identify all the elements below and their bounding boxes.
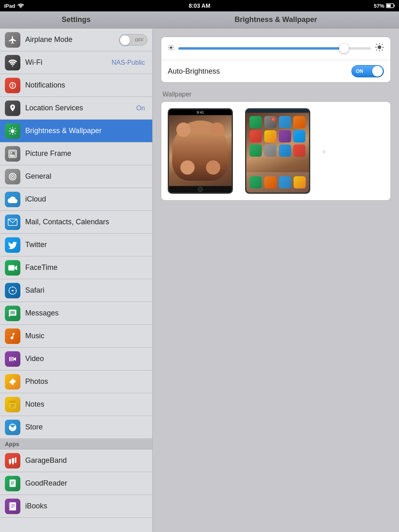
facetime-label: FaceTime: [25, 263, 147, 272]
sidebar-item-airplane-mode[interactable]: Airplane Mode OFF: [0, 28, 152, 51]
garageband-icon: [5, 453, 20, 469]
svg-line-73: [382, 44, 383, 45]
wallpaper-label: Wallpaper: [161, 91, 391, 101]
auto-brightness-toggle-knob: [372, 66, 383, 77]
airplane-mode-toggle[interactable]: OFF: [119, 34, 147, 46]
auto-brightness-label: Auto-Brightness: [168, 67, 351, 76]
location-services-value: On: [136, 105, 145, 112]
music-label: Music: [25, 332, 147, 340]
svg-point-57: [170, 46, 172, 48]
garageband-icon-svg: [8, 456, 17, 465]
mail-label: Mail, Contacts, Calendars: [25, 218, 147, 226]
sidebar-item-location-services[interactable]: Location Services On: [0, 97, 152, 120]
svg-rect-8: [12, 86, 13, 87]
sidebar-item-safari[interactable]: Safari: [0, 279, 152, 302]
brightness-slider-track[interactable]: [178, 47, 371, 50]
sidebar-item-facetime[interactable]: FaceTime: [0, 256, 152, 279]
airplane-mode-toggle-knob: [120, 35, 130, 45]
face-1: [176, 123, 191, 137]
sidebar-item-general[interactable]: General: [0, 165, 152, 188]
lockscreen-preview: 9:41: [168, 108, 233, 194]
sidebar-item-photos[interactable]: Photos: [0, 370, 152, 393]
wifi-status-icon: [18, 3, 24, 8]
face-3: [180, 160, 195, 175]
content-body: Auto-Brightness ON Wallpaper 9:41: [153, 28, 399, 209]
picture-frame-icon: [5, 146, 20, 162]
notes-icon: [5, 397, 20, 412]
sidebar-item-brightness-wallpaper[interactable]: Brightness & Wallpaper: [0, 120, 152, 142]
sidebar-item-music[interactable]: Music: [0, 325, 152, 348]
brightness-slider-row: [161, 37, 390, 60]
svg-line-63: [173, 49, 173, 50]
home-icon-9: [250, 144, 262, 157]
sidebar-item-notifications[interactable]: Notifications: [0, 74, 152, 97]
twitter-icon-svg: [8, 241, 17, 249]
store-label: Store: [25, 423, 147, 431]
dock-icon-2: [264, 176, 276, 188]
sidebar-item-goodreader[interactable]: GoodReader: [0, 472, 152, 495]
picture-frame-label: Picture Frame: [25, 149, 147, 158]
status-bar-right: 57%: [374, 3, 395, 9]
sidebar-item-mail[interactable]: Mail, Contacts, Calendars: [0, 211, 152, 234]
dock-icon-3: [279, 176, 291, 188]
photos-label: Photos: [25, 377, 147, 386]
svg-point-66: [377, 45, 381, 49]
wallpaper-chevron: ›: [322, 147, 325, 156]
sidebar-item-notes[interactable]: Notes: [0, 393, 152, 416]
goodreader-label: GoodReader: [25, 479, 147, 488]
brightness-slider-thumb: [339, 44, 349, 53]
wifi-label: Wi-Fi: [25, 58, 112, 67]
status-bar: iPad 8:03 AM 57%: [0, 0, 399, 11]
safari-icon-svg: [8, 286, 17, 295]
video-icon: [5, 351, 20, 367]
home-icon-11: [279, 144, 291, 157]
svg-rect-53: [9, 502, 11, 510]
twitter-icon: [5, 237, 20, 253]
sidebar-item-picture-frame[interactable]: Picture Frame: [0, 142, 152, 165]
airplane-mode-label: Airplane Mode: [25, 35, 119, 44]
auto-brightness-toggle[interactable]: ON: [351, 65, 384, 77]
dock-icon-1: [250, 176, 262, 188]
lockscreen-home-button: [198, 187, 203, 192]
mail-icon-svg: [8, 219, 18, 226]
lockscreen-bottom-bar: [169, 186, 232, 193]
icloud-icon-svg: [8, 196, 18, 203]
messages-icon-svg: [8, 309, 17, 318]
goodreader-icon-svg: [9, 479, 17, 488]
airplane-mode-toggle-text: OFF: [135, 37, 144, 42]
sidebar-item-icloud[interactable]: iCloud: [0, 188, 152, 211]
sidebar-item-ibooks[interactable]: iBooks: [0, 495, 152, 518]
homescreen-dock: [246, 172, 309, 193]
sun-small-icon: [168, 44, 174, 51]
main-container: Settings Airplane Mode OFF: [0, 11, 399, 532]
goodreader-icon: [5, 476, 20, 491]
brightness-slider-fill: [178, 47, 342, 50]
music-icon-svg: [9, 332, 17, 341]
video-icon-svg: [8, 355, 18, 363]
sidebar-item-messages[interactable]: Messages: [0, 302, 152, 325]
homescreen-preview: 1: [245, 108, 310, 194]
brightness-low-icon: [168, 44, 174, 53]
sidebar-item-video[interactable]: Video: [0, 348, 152, 370]
video-label: Video: [25, 355, 147, 363]
sidebar: Settings Airplane Mode OFF: [0, 11, 153, 532]
content-area: Brightness & Wallpaper: [153, 11, 399, 532]
sidebar-item-wifi[interactable]: Wi-Fi NAS-Public: [0, 51, 152, 74]
home-icon-1: [250, 116, 262, 128]
notes-icon-svg: [9, 400, 17, 409]
sidebar-item-store[interactable]: Store: [0, 416, 152, 439]
auto-brightness-toggle-text: ON: [356, 68, 363, 74]
home-icon-3: [279, 116, 291, 128]
location-icon-svg: [9, 104, 17, 113]
sidebar-item-twitter[interactable]: Twitter: [0, 234, 152, 256]
face-group: [172, 120, 229, 181]
mail-icon: [5, 215, 20, 230]
wallpaper-card[interactable]: 9:41: [161, 101, 391, 201]
home-icon-7: [279, 130, 291, 142]
sidebar-item-garageband[interactable]: GarageBand: [0, 449, 152, 472]
music-icon: [5, 328, 20, 344]
svg-line-15: [15, 133, 15, 134]
location-services-label: Location Services: [25, 104, 136, 112]
svg-rect-2: [394, 5, 395, 7]
svg-rect-23: [8, 265, 15, 271]
